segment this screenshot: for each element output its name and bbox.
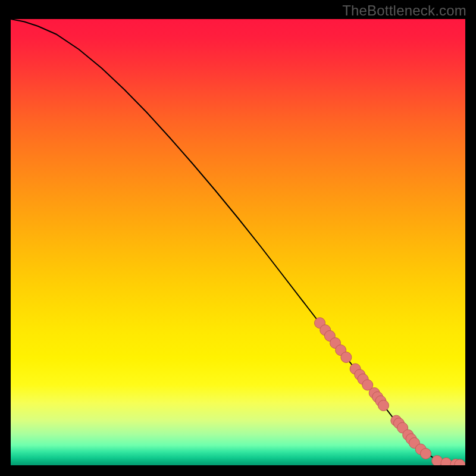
bottleneck-curve: [11, 19, 465, 465]
watermark-text: TheBottleneck.com: [342, 2, 466, 19]
highlight-marker: [421, 449, 431, 459]
highlight-markers: [315, 318, 465, 465]
highlight-marker: [441, 458, 452, 465]
chart-frame: TheBottleneck.com: [0, 0, 476, 476]
highlight-marker: [341, 352, 352, 363]
curve-layer: [11, 19, 465, 465]
highlight-marker: [378, 400, 389, 411]
plot-area: [11, 19, 465, 465]
